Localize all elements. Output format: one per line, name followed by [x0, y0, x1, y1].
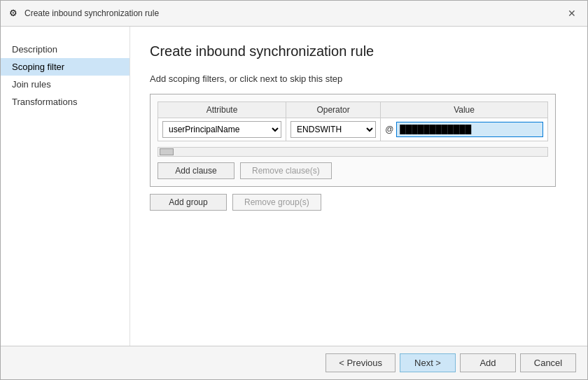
- main-content: Create inbound synchronization rule Add …: [130, 27, 587, 346]
- sidebar-item-description[interactable]: Description: [1, 41, 130, 58]
- column-header-operator: Operator: [286, 102, 381, 118]
- dialog-body: Description Scoping filter Join rules Tr…: [1, 27, 587, 346]
- horizontal-scrollbar[interactable]: [158, 147, 548, 157]
- section-description: Add scoping filters, or click next to sk…: [150, 73, 568, 84]
- title-bar: ⚙ Create inbound synchronization rule ✕: [1, 1, 587, 27]
- column-header-attribute: Attribute: [158, 102, 286, 118]
- cancel-button[interactable]: Cancel: [520, 353, 576, 372]
- filter-container: Attribute Operator Value userPrincipalNa…: [150, 94, 556, 187]
- operator-select[interactable]: ENDSWITH: [290, 121, 376, 138]
- next-button[interactable]: Next >: [400, 353, 456, 372]
- table-row: userPrincipalName ENDSWITH: [158, 118, 548, 141]
- filter-table: Attribute Operator Value userPrincipalNa…: [158, 101, 548, 141]
- sidebar-item-join-rules[interactable]: Join rules: [1, 76, 130, 93]
- value-cell: @: [381, 118, 548, 141]
- dialog-window: ⚙ Create inbound synchronization rule ✕ …: [0, 0, 588, 380]
- footer: < Previous Next > Add Cancel: [1, 346, 587, 379]
- page-title: Create inbound synchronization rule: [150, 43, 568, 59]
- add-button[interactable]: Add: [460, 353, 516, 372]
- scroll-thumb: [160, 148, 174, 155]
- value-cell-inner: @: [385, 122, 543, 137]
- previous-button[interactable]: < Previous: [326, 353, 396, 372]
- app-icon: ⚙: [9, 8, 20, 19]
- operator-cell: ENDSWITH: [286, 118, 381, 141]
- value-input[interactable]: [396, 122, 543, 137]
- close-button[interactable]: ✕: [565, 6, 579, 20]
- remove-clause-button[interactable]: Remove clause(s): [240, 162, 332, 179]
- attribute-select[interactable]: userPrincipalName: [162, 121, 281, 138]
- column-header-value: Value: [381, 102, 548, 118]
- add-group-button[interactable]: Add group: [150, 194, 227, 211]
- value-prefix: @: [385, 125, 393, 134]
- clause-buttons: Add clause Remove clause(s): [158, 162, 548, 179]
- sidebar-item-scoping-filter[interactable]: Scoping filter: [1, 58, 130, 76]
- sidebar: Description Scoping filter Join rules Tr…: [1, 27, 130, 346]
- attribute-cell: userPrincipalName: [158, 118, 286, 141]
- title-bar-text: Create inbound synchronization rule: [24, 8, 159, 18]
- sidebar-item-transformations[interactable]: Transformations: [1, 93, 130, 111]
- add-clause-button[interactable]: Add clause: [158, 162, 234, 179]
- group-buttons: Add group Remove group(s): [150, 194, 568, 211]
- filter-table-wrapper: Attribute Operator Value userPrincipalNa…: [158, 101, 548, 141]
- title-bar-left: ⚙ Create inbound synchronization rule: [9, 8, 159, 19]
- remove-group-button[interactable]: Remove group(s): [232, 194, 321, 211]
